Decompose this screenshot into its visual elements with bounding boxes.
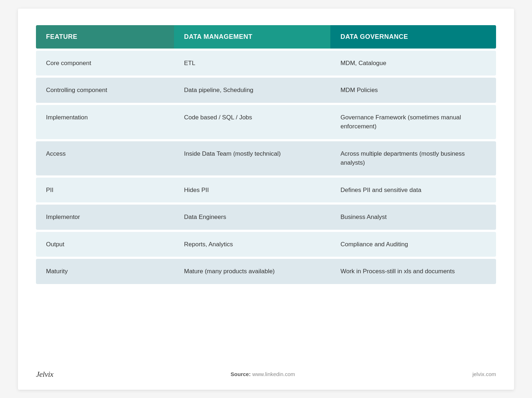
logo-text: Jelvix <box>36 370 53 379</box>
table-body: Core componentETLMDM, CatalogueControlli… <box>36 51 496 284</box>
cell-data-management: Inside Data Team (mostly technical) <box>174 141 330 175</box>
table-row: AccessInside Data Team (mostly technical… <box>36 141 496 175</box>
table-row: ImplementorData EngineersBusiness Analys… <box>36 205 496 230</box>
cell-feature: Maturity <box>36 259 174 284</box>
table-header-row: FEATURE DATA MANAGEMENT DATA GOVERNANCE <box>36 25 496 49</box>
cell-data-governance: Business Analyst <box>330 205 496 230</box>
cell-data-governance: Work in Process-still in xls and documen… <box>330 259 496 284</box>
source-label: Source: <box>231 371 251 377</box>
cell-feature: Access <box>36 141 174 175</box>
cell-feature: Controlling component <box>36 78 174 103</box>
cell-data-management: Hides PII <box>174 178 330 203</box>
table-row: MaturityMature (many products available)… <box>36 259 496 284</box>
cell-data-governance: Compliance and Auditing <box>330 232 496 257</box>
cell-feature: Implementor <box>36 205 174 230</box>
cell-data-governance: Governance Framework (sometimes manual e… <box>330 105 496 139</box>
table-row: PIIHides PIIDefines PII and sensitive da… <box>36 178 496 203</box>
cell-data-management: Data pipeline, Scheduling <box>174 78 330 103</box>
cell-data-management: ETL <box>174 51 330 76</box>
table-row: ImplementationCode based / SQL / JobsGov… <box>36 105 496 139</box>
table-row: OutputReports, AnalyticsCompliance and A… <box>36 232 496 257</box>
table-wrapper: FEATURE DATA MANAGEMENT DATA GOVERNANCE … <box>36 23 496 286</box>
source-url: www.linkedin.com <box>252 371 295 377</box>
cell-data-management: Reports, Analytics <box>174 232 330 257</box>
table-row: Core componentETLMDM, Catalogue <box>36 51 496 76</box>
table-row: Controlling componentData pipeline, Sche… <box>36 78 496 103</box>
cell-feature: Output <box>36 232 174 257</box>
footer-logo: Jelvix <box>36 370 53 379</box>
cell-data-management: Mature (many products available) <box>174 259 330 284</box>
cell-data-governance: MDM, Catalogue <box>330 51 496 76</box>
col-header-data-governance: DATA GOVERNANCE <box>330 25 496 49</box>
cell-data-governance: Across multiple departments (mostly busi… <box>330 141 496 175</box>
comparison-table: FEATURE DATA MANAGEMENT DATA GOVERNANCE … <box>36 23 496 286</box>
cell-feature: Implementation <box>36 105 174 139</box>
cell-data-governance: MDM Policies <box>330 78 496 103</box>
cell-feature: PII <box>36 178 174 203</box>
page-container: FEATURE DATA MANAGEMENT DATA GOVERNANCE … <box>18 9 514 390</box>
footer: Jelvix Source: www.linkedin.com jelvix.c… <box>36 362 496 379</box>
footer-source: Source: www.linkedin.com <box>231 371 295 377</box>
cell-data-management: Code based / SQL / Jobs <box>174 105 330 139</box>
footer-url: jelvix.com <box>472 371 496 377</box>
cell-data-governance: Defines PII and sensitive data <box>330 178 496 203</box>
cell-feature: Core component <box>36 51 174 76</box>
col-header-feature: FEATURE <box>36 25 174 49</box>
cell-data-management: Data Engineers <box>174 205 330 230</box>
col-header-data-management: DATA MANAGEMENT <box>174 25 330 49</box>
